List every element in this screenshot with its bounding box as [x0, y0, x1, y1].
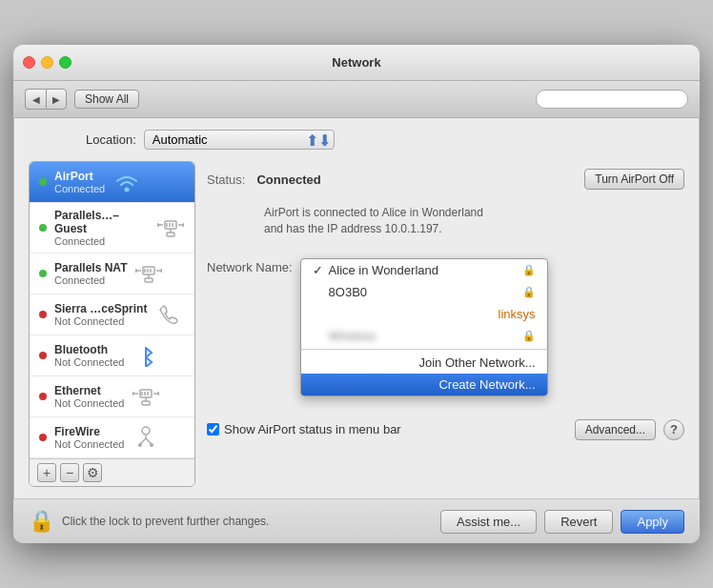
parallels-guest-name: Parallels…–Guest [54, 209, 149, 235]
svg-point-31 [142, 427, 150, 435]
lock-icon-wireless: 🔒 [522, 330, 536, 342]
airport-status: Connected [54, 183, 105, 194]
traffic-lights [23, 56, 71, 69]
sidebar-item-ethernet[interactable]: Ethernet Not Connected [30, 376, 194, 417]
svg-point-35 [138, 443, 142, 447]
svg-rect-26 [142, 401, 150, 405]
airport-text: AirPort Connected [54, 170, 105, 194]
svg-point-29 [132, 392, 134, 395]
dropdown-divider [301, 349, 547, 350]
status-label: Status: [207, 172, 245, 187]
network-name-label: Network Name: [207, 258, 293, 274]
create-label: Create Network... [438, 377, 535, 392]
sidebar-footer: + − ⚙ [30, 458, 194, 486]
assist-button[interactable]: Assist me... [440, 510, 537, 534]
sidebar-item-parallels-guest[interactable]: Parallels…–Guest Connected [30, 203, 194, 253]
bluetooth-icon [132, 341, 160, 370]
sidebar-item-bluetooth[interactable]: Bluetooth Not Connected [30, 335, 194, 376]
linksys-label: linksys [499, 307, 536, 321]
svg-point-36 [150, 443, 153, 447]
detail-panel: Status: Connected Turn AirPort Off AirPo… [207, 161, 684, 487]
detail-footer: Show AirPort status in menu bar Advanced… [207, 419, 684, 440]
svg-point-30 [157, 392, 159, 395]
network-dropdown-container: ✓ Alice in Wonderland 🔒 ✓ 8O3B0 🔒 [300, 258, 548, 396]
bottom-buttons: Assist me... Revert Apply [440, 510, 684, 534]
location-label: Location: [86, 132, 136, 147]
dropdown-item-alice[interactable]: ✓ Alice in Wonderland 🔒 [301, 259, 547, 281]
forward-button[interactable]: ▶ [46, 89, 67, 110]
remove-network-button[interactable]: − [60, 463, 79, 482]
location-row: Location: Automatic ⬆⬇ [29, 130, 684, 150]
svg-line-34 [146, 438, 152, 444]
bluetooth-name: Bluetooth [54, 343, 124, 356]
close-button[interactable] [23, 56, 35, 69]
svg-point-10 [182, 223, 184, 227]
dropdown-item-linksys[interactable]: ✓ linksys [301, 303, 547, 325]
minimize-button[interactable] [41, 56, 53, 69]
svg-point-20 [160, 269, 162, 273]
sierra-text: Sierra …ceSprint Not Connected [54, 302, 147, 327]
svg-rect-6 [167, 233, 174, 236]
check-alice: ✓ [313, 263, 323, 277]
help-button[interactable]: ? [663, 419, 684, 440]
dropdown-item-create[interactable]: ✓ Create Network... [301, 374, 547, 395]
bluetooth-status: Not Connected [54, 356, 124, 368]
dropdown-item-8o3b0[interactable]: ✓ 8O3B0 🔒 [301, 281, 547, 303]
back-button[interactable]: ◀ [25, 89, 46, 110]
network-preferences-window: Network ◀ ▶ Show All 🔍 Location: Automat… [13, 45, 700, 543]
bluetooth-text: Bluetooth Not Connected [54, 343, 124, 368]
lock-area: 🔒 Click the lock to prevent further chan… [29, 509, 269, 534]
ethernet-name: Ethernet [54, 384, 124, 397]
search-input[interactable] [536, 90, 688, 109]
sierra-name: Sierra …ceSprint [54, 302, 147, 315]
turn-airport-off-button[interactable]: Turn AirPort Off [584, 169, 684, 190]
join-label: Join Other Network... [418, 355, 535, 370]
advanced-button[interactable]: Advanced... [575, 419, 656, 440]
network-dropdown[interactable]: ✓ Alice in Wonderland 🔒 ✓ 8O3B0 🔒 [300, 258, 548, 396]
sidebar-item-parallels-nat[interactable]: Parallels NAT Connected [30, 253, 194, 294]
show-airport-checkbox[interactable] [207, 423, 219, 436]
alice-label: Alice in Wonderland [329, 263, 438, 277]
bottom-bar: 🔒 Click the lock to prevent further chan… [13, 498, 700, 543]
apply-button[interactable]: Apply [621, 510, 684, 534]
lock-icon[interactable]: 🔒 [29, 509, 54, 534]
sidebar-item-sierra[interactable]: Sierra …ceSprint Not Connected [30, 294, 194, 335]
svg-line-33 [140, 438, 146, 444]
svg-point-0 [125, 188, 130, 193]
dropdown-item-wireless[interactable]: ✓ Wireless 🔒 [301, 325, 547, 347]
network-name-row: Network Name: ✓ Alice in Wonderland 🔒 [207, 258, 684, 396]
show-all-button[interactable]: Show All [74, 90, 139, 109]
network-settings-button[interactable]: ⚙ [83, 463, 102, 482]
airport-wifi-icon [112, 168, 141, 196]
maximize-button[interactable] [59, 56, 71, 69]
status-value: Connected [256, 172, 320, 187]
show-airport-checkbox-row: Show AirPort status in menu bar [207, 422, 401, 436]
status-description: AirPort is connected to Alice in Wonderl… [207, 205, 684, 237]
svg-rect-16 [145, 278, 153, 282]
status-row: Status: Connected Turn AirPort Off [207, 161, 684, 197]
window-title: Network [332, 55, 380, 70]
firewire-icon [132, 423, 160, 452]
dropdown-item-join[interactable]: ✓ Join Other Network... [301, 352, 547, 374]
status-dot-bluetooth [39, 352, 47, 359]
revert-button[interactable]: Revert [544, 510, 613, 534]
location-select[interactable]: Automatic [144, 130, 335, 150]
firewire-name: FireWire [54, 425, 124, 438]
show-airport-label: Show AirPort status in menu bar [224, 422, 401, 436]
ethernet-text: Ethernet Not Connected [54, 384, 124, 409]
sierra-status: Not Connected [54, 315, 147, 327]
nav-buttons: ◀ ▶ [25, 89, 67, 110]
status-dot-parallels-nat [39, 270, 47, 277]
titlebar: Network [13, 45, 700, 81]
parallels-guest-text: Parallels…–Guest Connected [54, 209, 149, 247]
svg-point-9 [157, 223, 159, 227]
network-sidebar: AirPort Connected [29, 161, 195, 487]
lock-text: Click the lock to prevent further change… [62, 515, 269, 528]
firewire-status: Not Connected [54, 438, 124, 450]
sidebar-item-firewire[interactable]: FireWire Not Connected [30, 417, 194, 458]
add-network-button[interactable]: + [37, 463, 56, 482]
parallels-guest-status: Connected [54, 235, 149, 247]
airport-name: AirPort [54, 170, 105, 183]
sidebar-item-airport[interactable]: AirPort Connected [30, 162, 194, 203]
parallels-nat-text: Parallels NAT Connected [54, 261, 127, 286]
